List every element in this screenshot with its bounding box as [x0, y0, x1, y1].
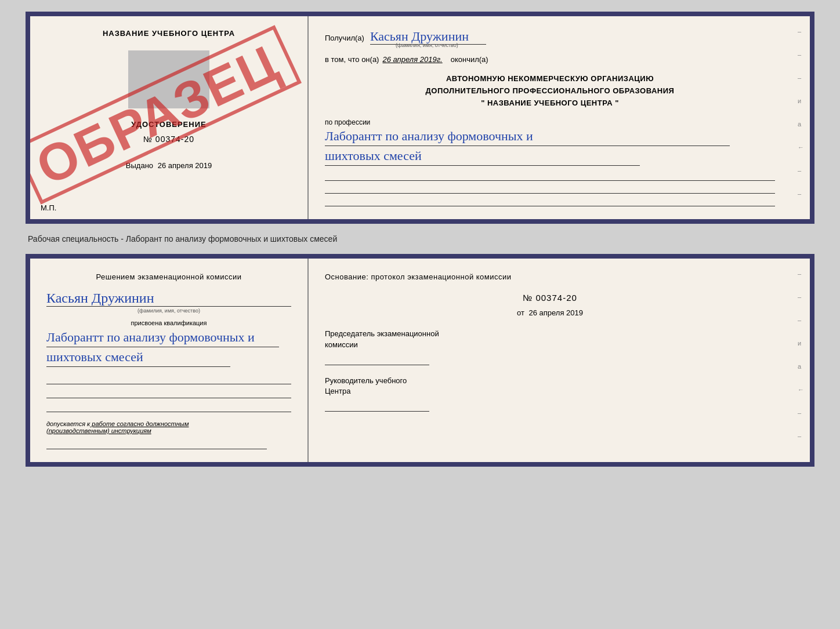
qualification-line1: Лаборантт по анализу формовочных и	[46, 329, 279, 347]
blank-line-2	[325, 183, 775, 194]
left-blank-2	[46, 388, 291, 398]
name-hint: (фамилия, имя, отчество)	[396, 42, 458, 48]
bottom-doc-left: Решением экзаменационной комиссии Касьян…	[30, 259, 309, 462]
date-value: 26 апреля 2019г.	[382, 55, 442, 64]
top-doc-right: Получил(а) Касьян Дружинин (фамилия, имя…	[309, 16, 810, 219]
допуск-underlined: работе согласно должностным	[90, 420, 189, 427]
profession-line2: шихтовых смесей	[325, 147, 640, 166]
protocol-date-value: 26 апреля 2019	[529, 308, 584, 317]
leader-title: Руководитель учебного Центра	[325, 376, 775, 397]
leader-sig-line	[325, 401, 429, 412]
section-title: Решением экзаменационной комиссии	[46, 271, 291, 283]
допуск-line2: (производственным) инструкциям	[46, 427, 151, 434]
top-doc-title: НАЗВАНИЕ УЧЕБНОГО ЦЕНТРА	[103, 29, 235, 38]
protocol-number: № 00374-20	[325, 293, 775, 303]
photo-placeholder	[128, 50, 209, 108]
issued-date: 26 апреля 2019	[158, 161, 212, 170]
bottom-name-hint: (фамилия, имя, отчество)	[46, 308, 291, 314]
mp-label: М.П.	[41, 203, 56, 212]
right-blank-lines	[325, 170, 775, 206]
left-blank-lines	[46, 374, 291, 412]
date-label: в том, что он(а)	[325, 55, 379, 64]
org-block: АВТОНОМНУЮ НЕКОММЕРЧЕСКУЮ ОРГАНИЗАЦИЮ ДО…	[325, 73, 775, 109]
osnov-title: Основание: протокол экзаменационной коми…	[325, 271, 775, 283]
profession-section: по профессии Лаборантт по анализу формов…	[325, 118, 775, 166]
допуск-text: допускается к работе согласно должностны…	[46, 420, 291, 434]
left-blank-3	[46, 402, 291, 412]
leader-block: Руководитель учебного Центра	[325, 376, 775, 412]
profession-line1: Лаборантт по анализу формовочных и	[325, 128, 730, 146]
protocol-date: от 26 апреля 2019	[325, 308, 775, 317]
bottom-name-handwritten: Касьян Дружинин	[46, 290, 291, 307]
bottom-doc-right: Основание: протокол экзаменационной коми…	[309, 259, 810, 462]
profession-label: по профессии	[325, 118, 775, 126]
chairman-sig-line	[325, 355, 429, 365]
date-prefix: от	[517, 308, 524, 317]
top-document: НАЗВАНИЕ УЧЕБНОГО ЦЕНТРА УДОСТОВЕРЕНИЕ №…	[26, 12, 814, 224]
chairman-title: Председатель экзаменационной комиссии	[325, 329, 775, 350]
qualification-label: присвоена квалификация	[46, 319, 291, 326]
middle-text: Рабочая специальность - Лаборант по анал…	[26, 234, 814, 243]
org-line1: АВТОНОМНУЮ НЕКОММЕРЧЕСКУЮ ОРГАНИЗАЦИЮ	[325, 73, 775, 85]
cert-number: № 00374-20	[143, 134, 194, 144]
finished-label: окончил(а)	[451, 55, 488, 64]
issued-label: Выдано	[126, 161, 153, 170]
допуск-prefix: допускается к	[46, 420, 90, 427]
date-row: в том, что он(а) 26 апреля 2019г. окончи…	[325, 55, 775, 64]
cert-issued: Выдано 26 апреля 2019	[126, 161, 212, 170]
left-blank-1	[46, 374, 291, 384]
org-line2: ДОПОЛНИТЕЛЬНОГО ПРОФЕССИОНАЛЬНОГО ОБРАЗО…	[325, 85, 775, 97]
blank-line-1	[325, 170, 775, 181]
bottom-document: Решением экзаменационной комиссии Касьян…	[26, 254, 814, 467]
org-line3: " НАЗВАНИЕ УЧЕБНОГО ЦЕНТРА "	[325, 97, 775, 110]
top-doc-left: НАЗВАНИЕ УЧЕБНОГО ЦЕНТРА УДОСТОВЕРЕНИЕ №…	[30, 16, 309, 219]
qualification-line2: шихтовых смесей	[46, 348, 230, 367]
received-row: Получил(а) Касьян Дружинин (фамилия, имя…	[325, 29, 775, 48]
chairman-block: Председатель экзаменационной комиссии	[325, 329, 775, 365]
cert-label: УДОСТОВЕРЕНИЕ	[131, 120, 206, 129]
bottom-right-side-marks: – – – и а ← – –	[798, 270, 804, 439]
received-label: Получил(а)	[325, 34, 364, 42]
blank-line-3	[325, 196, 775, 206]
right-side-marks: – – – и а ← – –	[798, 28, 804, 197]
допуск-last-line	[46, 439, 267, 449]
